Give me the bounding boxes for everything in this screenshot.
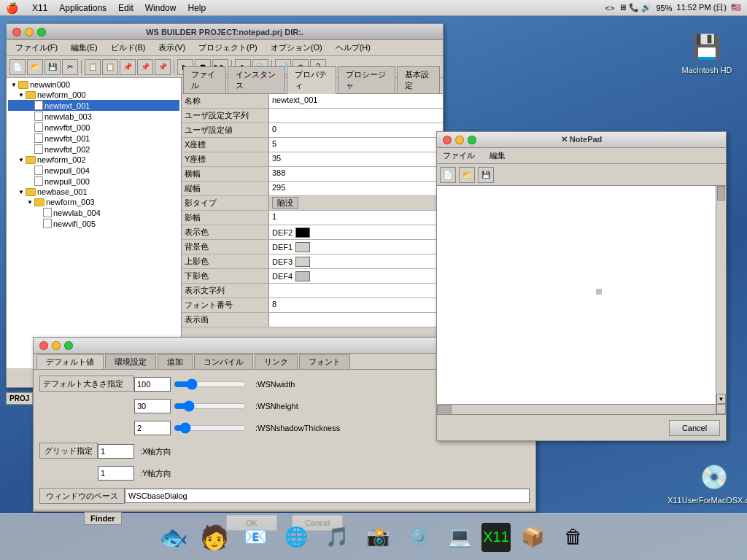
notepad-min[interactable] <box>455 136 464 144</box>
tree-item-newpull004[interactable]: newpull_004 <box>8 165 179 176</box>
settings-tab-font[interactable]: フォント <box>299 354 350 369</box>
tb-paste[interactable]: 📌 <box>120 59 136 75</box>
prop-value-shadowwidth[interactable]: 1 <box>269 211 443 225</box>
notepad-max[interactable] <box>468 136 476 144</box>
minimize-button[interactable] <box>25 28 34 36</box>
prop-value-botcolor[interactable]: DEF4 <box>269 269 443 283</box>
settings-tab-default[interactable]: デフォルト値 <box>36 354 104 369</box>
tb-copy2[interactable]: 📋 <box>102 59 118 75</box>
settings-tab-env[interactable]: 環境設定 <box>105 354 156 369</box>
close-button[interactable] <box>12 28 21 36</box>
tb-cut[interactable]: ✂ <box>62 59 78 75</box>
menubar-applications[interactable]: Applications <box>53 1 112 15</box>
size-input-width[interactable] <box>134 377 171 392</box>
menubar-edit[interactable]: Edit <box>112 1 139 15</box>
apple-menu[interactable]: 🍎 <box>6 2 18 14</box>
shadow-type-button[interactable]: 陥没 <box>272 197 298 209</box>
prop-value-displaypic[interactable] <box>269 313 443 327</box>
tab-basic[interactable]: 基本設定 <box>397 66 440 93</box>
notepad-tb-save[interactable]: 💾 <box>478 167 494 183</box>
dock-icon-finder[interactable]: 🐟 <box>155 518 193 556</box>
settings-tab-link[interactable]: リンク <box>255 354 298 369</box>
tb-new[interactable]: 📄 <box>9 59 26 75</box>
tree-item-newwin000[interactable]: ▼ newwin000 <box>8 79 179 90</box>
dock-icon-x11[interactable]: X11 <box>481 523 511 552</box>
tree-item-newpull000[interactable]: newpull_000 <box>8 176 179 187</box>
tb-save[interactable]: 💾 <box>44 59 61 75</box>
notepad-cancel-button[interactable]: Cancel <box>669 420 720 436</box>
menubar-help[interactable]: Help <box>182 1 212 15</box>
notepad-scroll-down[interactable]: ▼ <box>716 394 726 404</box>
prop-value-userval[interactable]: 0 <box>269 123 443 137</box>
prop-value-fgcolor[interactable]: DEF2 <box>269 225 443 239</box>
tb-paste3[interactable]: 📌 <box>155 59 171 75</box>
ws-menu-options[interactable]: オプション(O) <box>265 41 328 55</box>
dock-icon-system[interactable]: ⚙️ <box>400 518 438 556</box>
tree-item-newtext001[interactable]: newtext_001 <box>8 100 179 111</box>
tree-item-newform_000[interactable]: ▼ newform_000 <box>8 90 179 100</box>
maximize-button[interactable] <box>37 28 46 36</box>
size-input-shadow[interactable] <box>134 421 171 435</box>
settings-tab-compile[interactable]: コンパイル <box>194 354 253 369</box>
desktop-icon-macintosh-hd[interactable]: 💾 Macintosh HD <box>681 29 732 74</box>
prop-value-name[interactable]: newtext_001 <box>269 94 443 108</box>
settings-max[interactable] <box>64 341 73 350</box>
tree-item-newvfbt000[interactable]: newvfbt_000 <box>8 122 179 133</box>
tree-item-newvfbt001[interactable]: newvfbt_001 <box>8 133 179 144</box>
ws-menu-edit[interactable]: 編集(E) <box>65 41 104 55</box>
prop-value-topcolor[interactable]: DEF3 <box>269 254 443 268</box>
dock-icon-person[interactable]: 🧑 <box>196 518 233 556</box>
tree-item-newbase001[interactable]: ▼ newbase_001 <box>8 187 179 197</box>
prop-value-displaystr[interactable] <box>269 284 443 298</box>
prop-value-userstr[interactable] <box>269 109 443 122</box>
tab-instance[interactable]: インスタンス <box>228 66 285 93</box>
menubar-x11[interactable]: X11 <box>26 1 53 15</box>
tree-item-newvlab003[interactable]: newvlab_003 <box>8 111 179 122</box>
desktop-icon-x11user[interactable]: 💿 X11UserForMacOSX.dmg <box>689 459 740 505</box>
dock-icon-apps[interactable]: 📦 <box>514 518 551 556</box>
size-slider-height[interactable] <box>174 400 247 412</box>
prop-value-fontno[interactable]: 8 <box>269 298 443 312</box>
tb-paste2[interactable]: 📌 <box>137 59 153 75</box>
grid-input-x[interactable] <box>98 444 134 459</box>
settings-close[interactable] <box>39 341 48 350</box>
tb-open[interactable]: 📂 <box>27 59 43 75</box>
dock-icon-trash[interactable]: 🗑 <box>554 518 592 556</box>
tree-item-newvlab004[interactable]: newvlab_004 <box>8 207 179 218</box>
tree-item-newvfbt002[interactable]: newvfbt_002 <box>8 144 179 155</box>
size-input-height[interactable] <box>134 399 171 413</box>
ws-menu-project[interactable]: プロジェクト(P) <box>193 41 263 55</box>
prop-value-height[interactable]: 295 <box>269 182 443 195</box>
tree-item-newform003[interactable]: ▼ newform_003 <box>8 197 179 207</box>
notepad-menu-edit[interactable]: 編集 <box>489 150 506 161</box>
grid-input-y[interactable] <box>98 466 134 481</box>
tab-property[interactable]: プロパティ <box>287 66 337 94</box>
prop-value-x[interactable]: 5 <box>269 138 443 152</box>
tree-item-newvifi005[interactable]: newvifi_005 <box>8 218 179 229</box>
tree-item-newform002[interactable]: ▼ newform_002 <box>8 155 179 165</box>
tree-panel[interactable]: ▼ newwin000 ▼ newform_000 newtext_001 <box>7 78 182 368</box>
dock-icon-mail[interactable]: 📧 <box>236 518 274 556</box>
dock-icon-safari[interactable]: 🌐 <box>277 518 315 556</box>
notepad-menu-file[interactable]: ファイル <box>443 150 475 161</box>
dock-icon-terminal[interactable]: 💻 <box>441 518 479 556</box>
notepad-scrollbar-h[interactable] <box>437 404 716 414</box>
menubar-window[interactable]: Window <box>139 1 182 15</box>
dock-icon-photo[interactable]: 📸 <box>359 518 397 556</box>
settings-min[interactable] <box>52 341 61 350</box>
tab-procedure[interactable]: プロシージャ <box>338 66 395 93</box>
ws-menu-file[interactable]: ファイル(F) <box>9 41 63 55</box>
dock-icon-music[interactable]: 🎵 <box>318 518 356 556</box>
ws-menu-view[interactable]: 表示(V) <box>152 41 191 55</box>
tb-copy1[interactable]: 📋 <box>85 59 101 75</box>
prop-value-bgcolor[interactable]: DEF1 <box>269 240 443 254</box>
notepad-tb-new[interactable]: 📄 <box>440 167 456 183</box>
tab-file[interactable]: ファイル <box>183 66 226 93</box>
prop-value-width[interactable]: 388 <box>269 167 443 181</box>
notepad-tb-open[interactable]: 📂 <box>459 167 475 183</box>
size-slider-shadow[interactable] <box>174 422 247 434</box>
settings-tab-add[interactable]: 追加 <box>158 354 193 369</box>
prop-value-y[interactable]: 35 <box>269 152 443 166</box>
base-window-input[interactable] <box>125 489 530 503</box>
ws-menu-build[interactable]: ビルド(B) <box>105 41 152 55</box>
